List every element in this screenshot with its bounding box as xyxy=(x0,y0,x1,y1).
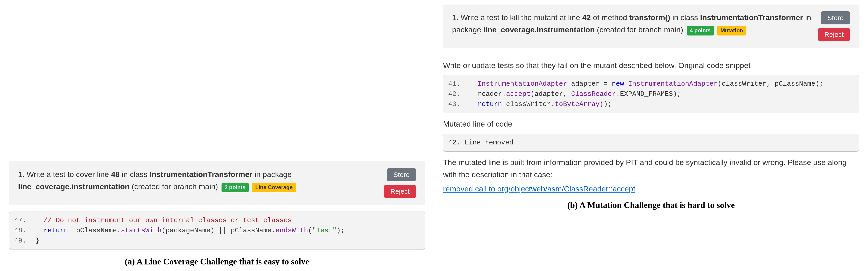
challenge-box-b: 1. Write a test to kill the mutant at li… xyxy=(443,4,859,48)
points-badge: 4 points xyxy=(687,26,714,35)
points-badge: 2 points xyxy=(221,183,249,192)
package-name: line_coverage.instrumentation xyxy=(18,182,129,191)
code-text: (packageName) || pClassName. xyxy=(162,227,276,234)
keyword: new xyxy=(612,80,624,88)
panel-a: 1. Write a test to cover line 48 in clas… xyxy=(0,0,434,271)
challenge-box-a: 1. Write a test to cover line 48 in clas… xyxy=(9,161,425,205)
line-num: 48. xyxy=(14,225,27,236)
line-num: 49. xyxy=(14,236,27,246)
code-text: adapter = xyxy=(567,80,612,88)
mutated-line-block: 42. Line removed xyxy=(443,134,859,152)
challenge-prompt-b: 1. Write a test to kill the mutant at li… xyxy=(452,11,813,36)
code-text: classWriter. xyxy=(502,100,555,108)
description-text-2: The mutated line is built from informati… xyxy=(443,156,859,181)
class-name: InstrumentationTransformer xyxy=(149,170,252,179)
line-num: 41. xyxy=(448,79,461,89)
reject-button[interactable]: Reject xyxy=(384,185,416,198)
panel-b: 1. Write a test to kill the mutant at li… xyxy=(434,0,868,271)
caption-a: (a) A Line Coverage Challenge that is ea… xyxy=(9,257,425,267)
line-number: 42 xyxy=(582,13,591,22)
string: "Test" xyxy=(312,227,337,234)
comment: // Do not instrument our own internal cl… xyxy=(43,216,292,224)
prompt-text: (created for branch main) xyxy=(595,25,683,34)
mutated-label: Mutated line of code xyxy=(443,118,859,130)
type: InstrumentationAdapter xyxy=(477,80,567,88)
line-number: 48 xyxy=(111,170,120,179)
code-text: ); xyxy=(337,227,345,234)
type: ClassReader xyxy=(571,90,616,98)
store-button[interactable]: Store xyxy=(387,168,416,181)
prompt-text: in class xyxy=(670,13,700,22)
code-snippet-b: 41. InstrumentationAdapter adapter = new… xyxy=(443,75,859,113)
reject-button[interactable]: Reject xyxy=(818,28,850,41)
method: accept xyxy=(506,90,530,98)
type-badge: Line Coverage xyxy=(252,183,296,192)
challenge-prompt-a: 1. Write a test to cover line 48 in clas… xyxy=(18,168,379,193)
line-num: 42. xyxy=(448,89,461,99)
method-name: transform() xyxy=(629,13,670,22)
prompt-text: (created for branch main) xyxy=(129,182,218,191)
prompt-text: 1. Write a test to cover line xyxy=(18,170,111,179)
code-text: (); xyxy=(600,100,612,108)
code-snippet-a: 47. // Do not instrument our own interna… xyxy=(9,212,425,250)
line-num: 43. xyxy=(448,99,461,110)
code-text: !pClassName. xyxy=(68,227,121,234)
package-name: line_coverage.instrumentation xyxy=(483,25,595,34)
type: InstrumentationAdapter xyxy=(624,80,718,88)
code-text: .EXPAND_FRAMES); xyxy=(616,90,681,98)
prompt-text: of method xyxy=(591,13,629,22)
description-text: Write or update tests so that they fail … xyxy=(443,59,859,71)
actions-b: Store Reject xyxy=(818,11,850,41)
method: toByteArray xyxy=(555,100,600,108)
prompt-text: 1. Write a test to kill the mutant at li… xyxy=(452,13,582,22)
mutation-description-link[interactable]: removed call to org/objectweb/asm/ClassR… xyxy=(443,184,859,193)
keyword: return xyxy=(477,100,502,108)
type-badge: Mutation xyxy=(717,26,746,35)
actions-a: Store Reject xyxy=(384,168,416,198)
code-text: ( xyxy=(308,227,312,234)
caption-b: (b) A Mutation Challenge that is hard to… xyxy=(443,200,859,210)
code-text: (adapter, xyxy=(530,90,571,98)
class-name: InstrumentationTransformer xyxy=(700,13,803,22)
code-text: reader. xyxy=(477,90,506,98)
keyword: return xyxy=(43,227,68,234)
prompt-text: in class xyxy=(120,170,149,179)
prompt-text: in package xyxy=(252,170,292,179)
method: endsWith xyxy=(276,227,308,234)
code-text: } xyxy=(35,237,39,245)
code-text: (classWriter, pClassName); xyxy=(718,80,824,88)
line-num: 47. xyxy=(14,215,27,225)
method: startsWith xyxy=(121,227,162,234)
store-button[interactable]: Store xyxy=(821,11,850,24)
